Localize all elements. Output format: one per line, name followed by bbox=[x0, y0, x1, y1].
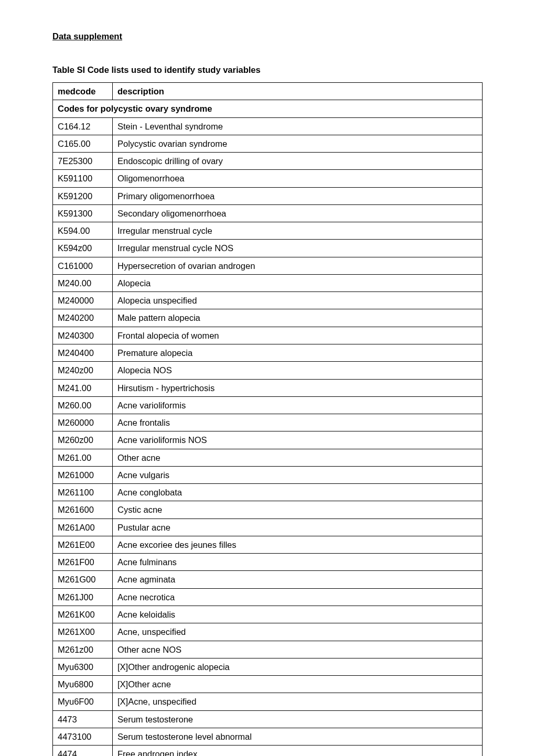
description-cell: Oligomenorrhoea bbox=[113, 170, 483, 187]
medcode-cell: M260000 bbox=[53, 414, 113, 431]
description-cell: Primary oligomenorrhoea bbox=[113, 187, 483, 204]
description-cell: Acne frontalis bbox=[113, 414, 483, 431]
document-heading: Data supplement bbox=[52, 31, 483, 41]
table-row: M261100Acne conglobata bbox=[53, 484, 483, 501]
medcode-cell: M240.00 bbox=[53, 274, 113, 291]
table-row: M261J00Acne necrotica bbox=[53, 588, 483, 606]
table-row: M261.00Other acne bbox=[53, 449, 483, 466]
medcode-cell: K594.00 bbox=[53, 222, 113, 240]
table-row: M261G00Acne agminata bbox=[53, 571, 483, 588]
medcode-cell: C161000 bbox=[53, 257, 113, 274]
description-cell: Acne necrotica bbox=[113, 588, 483, 606]
table-row: M261A00Pustular acne bbox=[53, 519, 483, 536]
description-cell: Secondary oligomenorrhoea bbox=[113, 204, 483, 222]
table-header-row: medcode description bbox=[53, 83, 483, 100]
table-row: M261K00Acne keloidalis bbox=[53, 606, 483, 623]
table-row: M241.00Hirsutism - hypertrichosis bbox=[53, 379, 483, 396]
table-row: M261X00Acne, unspecified bbox=[53, 623, 483, 641]
section-header-cell: Codes for polycystic ovary syndrome bbox=[53, 100, 483, 117]
table-row: M240z00Alopecia NOS bbox=[53, 362, 483, 379]
table-row: M240400Premature alopecia bbox=[53, 344, 483, 361]
medcode-cell: M240000 bbox=[53, 292, 113, 309]
table-row: M240200Male pattern alopecia bbox=[53, 309, 483, 327]
description-cell: Hypersecretion of ovarian androgen bbox=[113, 257, 483, 274]
description-cell: Acne conglobata bbox=[113, 484, 483, 501]
medcode-cell: Myu6800 bbox=[53, 676, 113, 693]
table-row: K594z00Irregular menstrual cycle NOS bbox=[53, 240, 483, 257]
table-row: M260.00Acne varioliformis bbox=[53, 396, 483, 414]
medcode-cell: M261A00 bbox=[53, 519, 113, 536]
description-cell: Irregular menstrual cycle bbox=[113, 222, 483, 240]
table-row: Myu6800[X]Other acne bbox=[53, 676, 483, 693]
table-row: M240000Alopecia unspecified bbox=[53, 292, 483, 309]
medcode-cell: C165.00 bbox=[53, 135, 113, 152]
description-cell: Other acne NOS bbox=[113, 641, 483, 658]
table-row: M240300Frontal alopecia of women bbox=[53, 327, 483, 344]
medcode-cell: M261z00 bbox=[53, 641, 113, 658]
medcode-cell: M240400 bbox=[53, 344, 113, 361]
description-cell: Serum testosterone bbox=[113, 710, 483, 728]
description-cell: Alopecia bbox=[113, 274, 483, 291]
description-cell: Acne varioliformis NOS bbox=[113, 431, 483, 449]
medcode-cell: K591100 bbox=[53, 170, 113, 187]
medcode-cell: M261X00 bbox=[53, 623, 113, 641]
table-row: 4474Free androgen index bbox=[53, 746, 483, 756]
medcode-cell: 4473100 bbox=[53, 728, 113, 745]
description-cell: Irregular menstrual cycle NOS bbox=[113, 240, 483, 257]
description-cell: Serum testosterone level abnormal bbox=[113, 728, 483, 745]
description-cell: Acne keloidalis bbox=[113, 606, 483, 623]
description-cell: Polycystic ovarian syndrome bbox=[113, 135, 483, 152]
table-row: M261E00Acne excoriee des jeunes filles bbox=[53, 536, 483, 553]
description-cell: Premature alopecia bbox=[113, 344, 483, 361]
description-cell: Acne agminata bbox=[113, 571, 483, 588]
description-cell: Alopecia NOS bbox=[113, 362, 483, 379]
medcode-cell: K594z00 bbox=[53, 240, 113, 257]
medcode-cell: Myu6300 bbox=[53, 658, 113, 675]
medcode-cell: M261600 bbox=[53, 501, 113, 519]
table-row: C161000Hypersecretion of ovarian androge… bbox=[53, 257, 483, 274]
medcode-cell: M241.00 bbox=[53, 379, 113, 396]
medcode-cell: M261E00 bbox=[53, 536, 113, 553]
description-cell: Cystic acne bbox=[113, 501, 483, 519]
table-row: Myu6300[X]Other androgenic alopecia bbox=[53, 658, 483, 675]
medcode-cell: 4474 bbox=[53, 746, 113, 756]
table-row: C165.00Polycystic ovarian syndrome bbox=[53, 135, 483, 152]
medcode-cell: K591300 bbox=[53, 204, 113, 222]
column-header-medcode: medcode bbox=[53, 83, 113, 100]
description-cell: Frontal alopecia of women bbox=[113, 327, 483, 344]
table-row: K591100Oligomenorrhoea bbox=[53, 170, 483, 187]
table-row: M240.00Alopecia bbox=[53, 274, 483, 291]
description-cell: [X]Acne, unspecified bbox=[113, 693, 483, 710]
medcode-cell: 7E25300 bbox=[53, 153, 113, 170]
medcode-cell: M261000 bbox=[53, 466, 113, 483]
description-cell: Stein - Leventhal syndrome bbox=[113, 117, 483, 135]
description-cell: [X]Other acne bbox=[113, 676, 483, 693]
column-header-description: description bbox=[113, 83, 483, 100]
description-cell: Acne varioliformis bbox=[113, 396, 483, 414]
description-cell: Alopecia unspecified bbox=[113, 292, 483, 309]
description-cell: Male pattern alopecia bbox=[113, 309, 483, 327]
medcode-cell: M260z00 bbox=[53, 431, 113, 449]
medcode-cell: M240300 bbox=[53, 327, 113, 344]
table-row: M261600Cystic acne bbox=[53, 501, 483, 519]
medcode-cell: M261.00 bbox=[53, 449, 113, 466]
medcode-cell: Myu6F00 bbox=[53, 693, 113, 710]
description-cell: Free androgen index bbox=[113, 746, 483, 756]
table-row: C164.12Stein - Leventhal syndrome bbox=[53, 117, 483, 135]
table-row: M261000Acne vulgaris bbox=[53, 466, 483, 483]
description-cell: Acne excoriee des jeunes filles bbox=[113, 536, 483, 553]
table-row: 7E25300Endoscopic drilling of ovary bbox=[53, 153, 483, 170]
table-row: K591300Secondary oligomenorrhoea bbox=[53, 204, 483, 222]
table-row: M261z00Other acne NOS bbox=[53, 641, 483, 658]
table-row: M261F00Acne fulminans bbox=[53, 554, 483, 571]
medcode-cell: M240200 bbox=[53, 309, 113, 327]
description-cell: Endoscopic drilling of ovary bbox=[113, 153, 483, 170]
medcode-cell: M260.00 bbox=[53, 396, 113, 414]
description-cell: [X]Other androgenic alopecia bbox=[113, 658, 483, 675]
description-cell: Hirsutism - hypertrichosis bbox=[113, 379, 483, 396]
table-row: M260000Acne frontalis bbox=[53, 414, 483, 431]
medcode-cell: M240z00 bbox=[53, 362, 113, 379]
medcode-cell: M261J00 bbox=[53, 588, 113, 606]
medcode-cell: M261100 bbox=[53, 484, 113, 501]
description-cell: Other acne bbox=[113, 449, 483, 466]
